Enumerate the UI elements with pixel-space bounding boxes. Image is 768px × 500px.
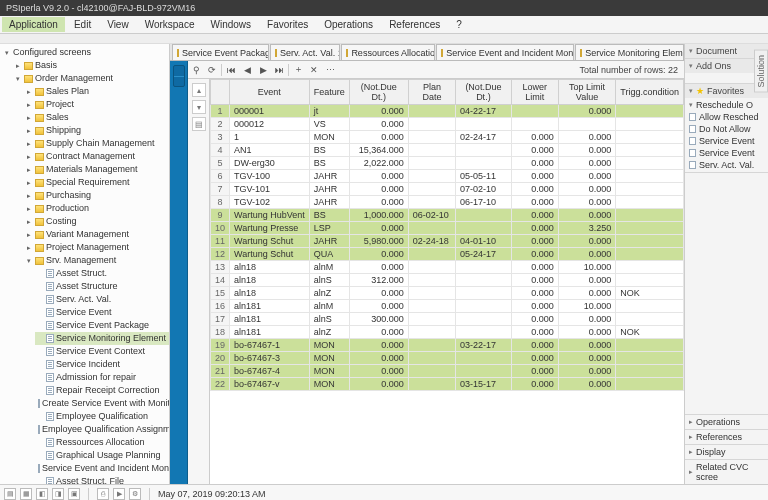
cell-notdue2[interactable]: 06-17-10 <box>456 196 512 209</box>
tree-item[interactable]: Employee Qualification <box>35 410 169 423</box>
expand-icon[interactable]: ▸ <box>25 88 33 96</box>
cell-trigger[interactable]: NOK <box>616 326 684 339</box>
table-row[interactable]: 15aln18alnZ0.0000.0000.000NOK <box>211 287 684 300</box>
cell-notdue1[interactable]: 15,364.000 <box>349 144 408 157</box>
cell-lower-limit[interactable]: 0.000 <box>511 209 558 222</box>
cell-notdue1[interactable]: 312.000 <box>349 274 408 287</box>
cell-plan-date[interactable] <box>408 339 455 352</box>
expand-icon[interactable] <box>36 335 44 343</box>
cell-top-limit[interactable]: 3.250 <box>558 222 615 235</box>
tree-item[interactable]: Asset Struct. File <box>35 475 169 484</box>
toolbar-nav-prev-icon[interactable]: ◀ <box>239 63 255 77</box>
favorites-item[interactable]: Service Event <box>689 136 764 146</box>
cell-event[interactable]: Wartung Presse <box>230 222 310 235</box>
document-tab[interactable]: Serv. Act. Val. 1× <box>270 44 340 60</box>
document-tab[interactable]: Service Monitoring Element 1× <box>575 44 684 60</box>
cell-notdue1[interactable]: 0.000 <box>349 300 408 313</box>
cell-event[interactable]: 000001 <box>230 105 310 118</box>
cell-notdue2[interactable] <box>456 222 512 235</box>
cell-trigger[interactable] <box>616 313 684 326</box>
expand-icon[interactable] <box>36 387 44 395</box>
status-icon[interactable]: ▦ <box>20 488 32 500</box>
favorites-group[interactable]: ▾Reschedule O <box>689 100 764 110</box>
cell-top-limit[interactable]: 0.000 <box>558 274 615 287</box>
cell-top-limit[interactable]: 0.000 <box>558 352 615 365</box>
cell-top-limit[interactable]: 0.000 <box>558 144 615 157</box>
toolbar-add-icon[interactable]: ＋ <box>290 63 306 77</box>
table-row[interactable]: 2000012VS0.000 <box>211 118 684 131</box>
cell-notdue1[interactable]: 0.000 <box>349 365 408 378</box>
cell-notdue2[interactable] <box>456 157 512 170</box>
cell-trigger[interactable] <box>616 261 684 274</box>
favorites-item[interactable]: Service Event <box>689 148 764 158</box>
table-row[interactable]: 17aln181alnS300.0000.0000.000 <box>211 313 684 326</box>
menu-help[interactable]: ? <box>449 17 469 32</box>
expand-icon[interactable] <box>36 309 44 317</box>
cell-lower-limit[interactable]: 0.000 <box>511 131 558 144</box>
cell-feature[interactable]: jt <box>309 105 349 118</box>
cell-lower-limit[interactable]: 0.000 <box>511 248 558 261</box>
table-row[interactable]: 5DW-erg30BS2,022.0000.0000.000 <box>211 157 684 170</box>
favorites-item[interactable]: Serv. Act. Val. <box>689 160 764 170</box>
tree-basis[interactable]: ▸ Basis <box>13 59 169 72</box>
table-row[interactable]: 16aln181alnM0.0000.00010.000 <box>211 300 684 313</box>
tree-item[interactable]: Repair Receipt Correction <box>35 384 169 397</box>
cell-notdue2[interactable] <box>456 313 512 326</box>
cell-event[interactable]: Wartung HubVent <box>230 209 310 222</box>
toolbar-nav-first-icon[interactable]: ⏮ <box>223 63 239 77</box>
cell-plan-date[interactable] <box>408 365 455 378</box>
tree-item[interactable]: Service Event Package <box>35 319 169 332</box>
expand-icon[interactable] <box>36 283 44 291</box>
cell-feature[interactable]: MON <box>309 365 349 378</box>
cell-top-limit[interactable]: 0.000 <box>558 235 615 248</box>
cell-plan-date[interactable] <box>408 222 455 235</box>
cell-feature[interactable]: MON <box>309 131 349 144</box>
column-header[interactable]: (Not.Due Dt.) <box>456 80 512 105</box>
expand-icon[interactable]: ▸ <box>25 218 33 226</box>
cell-notdue1[interactable]: 5,980.000 <box>349 235 408 248</box>
cell-notdue2[interactable]: 02-24-17 <box>456 131 512 144</box>
toolbar-delete-icon[interactable]: ✕ <box>306 63 322 77</box>
cell-event[interactable]: aln181 <box>230 300 310 313</box>
cell-notdue2[interactable] <box>456 144 512 157</box>
expand-icon[interactable] <box>36 478 44 485</box>
cell-notdue2[interactable]: 05-05-11 <box>456 170 512 183</box>
cell-trigger[interactable] <box>616 300 684 313</box>
cell-plan-date[interactable] <box>408 261 455 274</box>
cell-feature[interactable]: alnM <box>309 300 349 313</box>
cell-lower-limit[interactable]: 0.000 <box>511 261 558 274</box>
cell-feature[interactable]: QUA <box>309 248 349 261</box>
menu-references[interactable]: References <box>382 17 447 32</box>
cell-top-limit[interactable]: 0.000 <box>558 170 615 183</box>
status-play-icon[interactable]: ▶ <box>113 488 125 500</box>
tree-srv-management[interactable]: ▾Srv. Management <box>24 254 169 267</box>
cell-event[interactable]: AN1 <box>230 144 310 157</box>
cell-feature[interactable]: MON <box>309 352 349 365</box>
cell-plan-date[interactable] <box>408 378 455 391</box>
grid-scroll[interactable]: EventFeature(Not.Due Dt.)Plan Date(Not.D… <box>210 79 684 484</box>
nav-up-icon[interactable]: ▴ <box>192 83 206 97</box>
cell-notdue2[interactable] <box>456 118 512 131</box>
cell-feature[interactable]: BS <box>309 144 349 157</box>
tree-item[interactable]: ▸Shipping <box>24 124 169 137</box>
cell-feature[interactable]: LSP <box>309 222 349 235</box>
cell-notdue1[interactable]: 300.000 <box>349 313 408 326</box>
cell-lower-limit[interactable]: 0.000 <box>511 170 558 183</box>
cell-plan-date[interactable] <box>408 157 455 170</box>
column-header[interactable]: Feature <box>309 80 349 105</box>
document-tab[interactable]: Ressources Allocation 1× <box>341 44 435 60</box>
cell-lower-limit[interactable]: 0.000 <box>511 378 558 391</box>
cell-top-limit[interactable]: 0.000 <box>558 248 615 261</box>
cell-top-limit[interactable]: 0.000 <box>558 131 615 144</box>
tree-item[interactable]: ▸Materials Management <box>24 163 169 176</box>
cell-top-limit[interactable]: 0.000 <box>558 196 615 209</box>
right-panel-section[interactable]: ▸Related CVC scree <box>685 459 768 484</box>
cell-event[interactable]: bo-67467-1 <box>230 339 310 352</box>
cell-feature[interactable]: alnM <box>309 261 349 274</box>
menu-favorites[interactable]: Favorites <box>260 17 315 32</box>
table-row[interactable]: 18aln181alnZ0.0000.0000.000NOK <box>211 326 684 339</box>
cell-event[interactable]: TGV-102 <box>230 196 310 209</box>
expand-icon[interactable]: ▸ <box>25 231 33 239</box>
cell-event[interactable]: Wartung Schut <box>230 235 310 248</box>
toolbar-nav-next-icon[interactable]: ▶ <box>255 63 271 77</box>
